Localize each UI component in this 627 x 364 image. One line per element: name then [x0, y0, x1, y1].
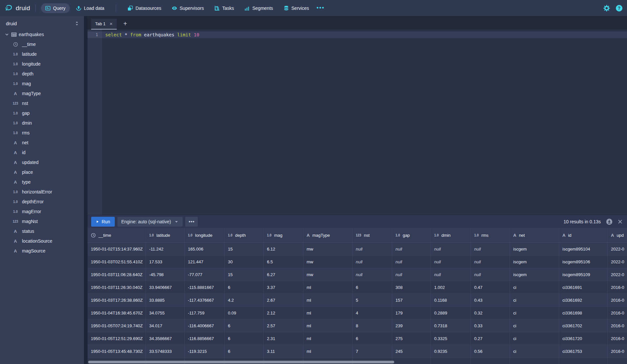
table-cell[interactable]: ci	[510, 281, 559, 293]
table-cell[interactable]: ml	[303, 307, 353, 319]
table-cell[interactable]: 0.3325	[431, 332, 471, 345]
table-cell[interactable]: ml	[303, 281, 353, 293]
table-cell[interactable]: iscgem	[510, 255, 559, 268]
horizontal-scrollbar[interactable]	[88, 361, 394, 363]
table-cell[interactable]	[608, 358, 627, 364]
table-cell[interactable]: -45.798	[146, 268, 185, 281]
table-cell[interactable]: null	[353, 255, 392, 268]
table-cell[interactable]: 1950-01-03T02:51:55.410Z	[88, 255, 146, 268]
table-cell[interactable]: ci	[510, 307, 559, 319]
table-cell[interactable]: 0.1168	[431, 294, 471, 306]
header-cell-nst[interactable]: 123nst	[353, 228, 392, 242]
table-cell[interactable]: 1950-01-05T12:51:29.690Z	[88, 332, 146, 345]
table-cell[interactable]: 0.09	[225, 307, 264, 319]
table-cell[interactable]: -115.8881667	[185, 281, 225, 293]
table-cell[interactable]: 2016-0	[608, 345, 627, 357]
table-cell[interactable]: 15	[225, 243, 264, 255]
table-cell[interactable]: 0.27	[471, 332, 510, 345]
sidebar-column-type[interactable]: Atype	[0, 177, 84, 187]
table-cell[interactable]: 2022-0	[608, 255, 627, 268]
sidebar-column-gap[interactable]: 1.0gap	[0, 108, 84, 118]
table-cell[interactable]: null	[392, 268, 431, 281]
table-cell[interactable]: ci	[510, 319, 559, 332]
table-cell[interactable]: 2016-0	[608, 307, 627, 319]
table-cell[interactable]: null	[471, 268, 510, 281]
table-cell[interactable]	[392, 358, 431, 364]
table-cell[interactable]: 6.27	[264, 268, 303, 281]
table-cell[interactable]: 6	[225, 281, 264, 293]
table-cell[interactable]: -116.8856667	[185, 332, 225, 345]
table-cell[interactable]: 2016-0	[608, 281, 627, 293]
table-cell[interactable]: ml	[303, 294, 353, 306]
sidebar-column-status[interactable]: Astatus	[0, 226, 84, 236]
sidebar-column-updated[interactable]: Aupdated	[0, 157, 84, 167]
table-cell[interactable]: 2016-0	[608, 332, 627, 345]
table-cell[interactable]: iscgem	[510, 268, 559, 281]
table-cell[interactable]: 308	[392, 281, 431, 293]
tab-tab1[interactable]: Tab 1 ✕	[91, 19, 117, 30]
table-cell[interactable]	[431, 358, 471, 364]
sidebar-column-magType[interactable]: AmagType	[0, 89, 84, 98]
table-cell[interactable]	[559, 358, 608, 364]
sidebar-column-net[interactable]: Anet	[0, 138, 84, 148]
table-cell[interactable]: ci3361691	[559, 281, 608, 293]
table-cell[interactable]: 121.447	[185, 255, 225, 268]
sql-editor[interactable]: 1 select * from earthquakes limit 10	[88, 30, 627, 215]
header-cell-gap[interactable]: 1.0gap	[392, 228, 431, 242]
table-cell[interactable]: 33.8885	[146, 294, 185, 306]
sidebar-column-dmin[interactable]: 1.0dmin	[0, 118, 84, 128]
table-cell[interactable]: -119.3215	[185, 345, 225, 357]
table-cell[interactable]: 0.43	[471, 294, 510, 306]
table-cell[interactable]: 2016-0	[608, 319, 627, 332]
table-cell[interactable]: ml	[303, 319, 353, 332]
table-cell[interactable]: 4.2	[225, 294, 264, 306]
header-cell-magType[interactable]: AmagType	[303, 228, 353, 242]
sidebar-column-rms[interactable]: 1.0rms	[0, 128, 84, 138]
table-cell[interactable]: 0.33	[471, 319, 510, 332]
sidebar-column-longitude[interactable]: 1.0longitude	[0, 59, 84, 69]
table-cell[interactable]: 2.31	[264, 332, 303, 345]
sidebar-column-magNst[interactable]: 123magNst	[0, 216, 84, 226]
table-cell[interactable]: 3.11	[264, 345, 303, 357]
header-cell-id[interactable]: Aid	[559, 228, 608, 242]
table-cell[interactable]: 2.67	[264, 294, 303, 306]
table-cell[interactable]: -11.242	[146, 243, 185, 255]
table-cell[interactable]: ci	[510, 345, 559, 357]
sidebar-column-magError[interactable]: 1.0magError	[0, 207, 84, 216]
table-cell[interactable]: ci3361702	[559, 319, 608, 332]
table-cell[interactable]: 5	[353, 294, 392, 306]
sidebar-column-locationSource[interactable]: AlocationSource	[0, 236, 84, 246]
table-cell[interactable]: null	[353, 243, 392, 255]
table-cell[interactable]: -117.759	[185, 307, 225, 319]
sidebar-column-id[interactable]: Aid	[0, 148, 84, 157]
table-cell[interactable]: 2022-0	[608, 243, 627, 255]
table-cell[interactable]: 1950-01-05T07:24:19.740Z	[88, 319, 146, 332]
table-cell[interactable]: 6.5	[264, 255, 303, 268]
table-cell[interactable]: 4	[353, 307, 392, 319]
nav-item-load-data[interactable]: Load data	[72, 3, 109, 13]
table-cell[interactable]: null	[431, 243, 471, 255]
double-caret-icon[interactable]	[74, 21, 79, 26]
table-cell[interactable]: iscgem895109	[559, 268, 608, 281]
table-cell[interactable]: null	[431, 255, 471, 268]
table-cell[interactable]: 0.2889	[431, 307, 471, 319]
table-cell[interactable]: -116.4006667	[185, 319, 225, 332]
table-cell[interactable]: 239	[392, 319, 431, 332]
table-cell[interactable]: 157	[392, 294, 431, 306]
sidebar-column-latitude[interactable]: 1.0latitude	[0, 49, 84, 59]
sidebar-column-depthError[interactable]: 1.0depthError	[0, 197, 84, 207]
header-cell-latitude[interactable]: 1.0latitude	[146, 228, 185, 242]
table-cell[interactable]: ci	[510, 294, 559, 306]
table-cell[interactable]: 15	[225, 268, 264, 281]
sidebar-column-depth[interactable]: 1.0depth	[0, 69, 84, 79]
table-cell[interactable]: 34.017	[146, 319, 185, 332]
table-cell[interactable]: 1950-01-03T11:26:30.040Z	[88, 281, 146, 293]
settings-gear-icon[interactable]	[603, 5, 610, 11]
table-cell[interactable]: 0.9235	[431, 345, 471, 357]
table-cell[interactable]: 245	[392, 345, 431, 357]
header-cell-dmin[interactable]: 1.0dmin	[431, 228, 471, 242]
table-cell[interactable]: -77.077	[185, 268, 225, 281]
run-button[interactable]: Run	[91, 217, 115, 227]
download-icon[interactable]	[606, 218, 613, 225]
header-cell-mag[interactable]: 1.0mag	[264, 228, 303, 242]
